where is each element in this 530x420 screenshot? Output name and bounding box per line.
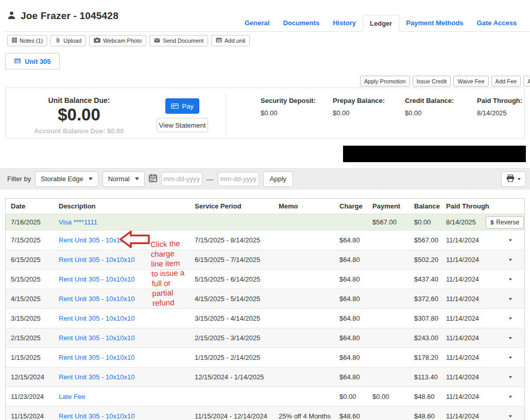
issue-credit-button[interactable]: Issue Credit — [413, 76, 451, 86]
paid-through-label: Paid Through: — [477, 96, 530, 105]
chevron-down-icon — [518, 178, 521, 180]
cell-service-period: 6/15/2025 - 7/14/2025 — [195, 256, 279, 264]
security-deposit-value: $0.00 — [261, 109, 328, 117]
cell-balance: $243.00 — [414, 334, 446, 342]
charge-line-link[interactable]: Late Fee — [59, 393, 85, 400]
notes-button-label: Notes (1) — [20, 38, 43, 44]
row-menu-button[interactable] — [507, 394, 514, 400]
cell-balance: $48.60 — [414, 393, 446, 400]
row-menu-button[interactable] — [507, 335, 514, 341]
col-header-date: Date — [11, 202, 59, 210]
cell-actions: $ Reverse — [495, 355, 525, 361]
unit-balance-block: Unit Balance Due: $0.00 Account Balance … — [6, 96, 152, 135]
tab-documents[interactable]: Documents — [276, 15, 326, 32]
cell-payment: $0.00 — [372, 393, 414, 400]
add-unit-button-label: Add unit — [225, 38, 245, 44]
webcam-photo-button[interactable]: Webcam Photo — [89, 35, 146, 46]
date-from-input[interactable] — [161, 172, 202, 186]
tab-payment-methods[interactable]: Payment Methods — [399, 15, 470, 32]
ledger-row: 6/15/2025 Rent Unit 305 - 10x10x10 6/15/… — [6, 250, 524, 270]
top-nav-tabs: General Documents History Ledger Payment… — [238, 15, 530, 32]
note-icon — [12, 38, 17, 44]
apply-filter-button[interactable]: Apply — [263, 171, 294, 187]
annotation-text: Click the charge line item to issue a fu… — [150, 238, 189, 308]
charge-line-link[interactable]: Rent Unit 305 - 10x10x10 — [59, 412, 134, 420]
cell-date: 3/15/2025 — [11, 314, 59, 322]
reverse-button[interactable]: $ Reverse — [486, 216, 524, 229]
cell-paid-through: 11/14/2024 — [446, 314, 495, 322]
chevron-down-icon — [509, 415, 512, 417]
mode-select[interactable]: Normal — [102, 171, 145, 187]
charge-line-link[interactable]: Visa ****1111 — [59, 218, 97, 226]
view-statement-button[interactable]: View Statement — [157, 118, 208, 132]
chevron-down-icon — [509, 278, 512, 281]
row-menu-button[interactable] — [507, 237, 514, 243]
paid-through-block: Paid Through: 8/14/2025 — [477, 96, 530, 117]
ledger-row: 3/15/2025 Rent Unit 305 - 10x10x10 3/15/… — [6, 309, 524, 328]
row-menu-button[interactable] — [507, 257, 514, 263]
row-menu-button[interactable] — [507, 276, 514, 283]
tab-ledger[interactable]: Ledger — [363, 15, 399, 32]
cell-actions: $ Reverse — [495, 316, 525, 322]
charge-line-link[interactable]: Rent Unit 305 - 10x10x10 — [59, 256, 134, 264]
print-button[interactable] — [501, 171, 526, 187]
tab-delinquency[interactable]: Delinquency — [523, 15, 530, 32]
cell-paid-through: 11/14/2024 — [446, 236, 495, 244]
credit-balance-label: Credit Balance: — [405, 96, 472, 105]
row-menu-button[interactable] — [507, 355, 514, 361]
send-document-button-label: Send Document — [163, 38, 203, 44]
charge-line-link[interactable]: Rent Unit 305 - 10x10x10 — [59, 295, 134, 303]
cell-service-period: 1/15/2025 - 2/14/2025 — [195, 354, 279, 361]
chevron-down-icon — [509, 318, 512, 320]
cell-date: 4/15/2025 — [11, 295, 59, 303]
row-menu-button[interactable] — [507, 296, 514, 302]
cell-service-period: 7/15/2025 - 8/14/2025 — [195, 236, 279, 244]
cell-balance: $437.40 — [414, 275, 446, 283]
tab-history[interactable]: History — [326, 15, 363, 32]
tab-general[interactable]: General — [238, 15, 276, 32]
security-deposit-block: Security Deposit: $0.00 — [261, 96, 328, 117]
notes-button[interactable]: Notes (1) — [7, 35, 47, 46]
chevron-down-icon — [509, 337, 512, 339]
row-menu-button[interactable] — [507, 413, 514, 419]
apply-promotion-button[interactable]: Apply Promotion — [360, 76, 410, 86]
tab-gate-access[interactable]: Gate Access — [470, 15, 524, 32]
cell-actions: $ Reverse — [495, 335, 525, 341]
cell-paid-through: 11/14/2024 — [446, 256, 495, 264]
cell-date: 7/15/2025 — [11, 236, 59, 244]
unit-tab-305[interactable]: Unit 305 — [5, 53, 60, 69]
date-to-input[interactable] — [218, 172, 259, 186]
cell-actions: $ Reverse — [495, 413, 525, 419]
person-icon — [7, 11, 16, 22]
cell-charge: $64.80 — [339, 275, 372, 283]
col-header-memo: Memo — [279, 202, 339, 210]
waive-fee-button[interactable]: Waive Fee — [453, 76, 488, 86]
cell-actions: $ Reverse — [495, 237, 525, 243]
cell-date: 7/16/2025 — [11, 218, 59, 226]
credit-balance-block: Credit Balance: $0.00 — [405, 96, 472, 117]
row-menu-button[interactable] — [507, 374, 514, 380]
charge-line-link[interactable]: Rent Unit 305 - 10x10x10 — [59, 314, 134, 322]
unit-icon — [216, 38, 222, 44]
ledger-row: 1/15/2025 Rent Unit 305 - 10x10x10 1/15/… — [6, 348, 524, 367]
row-menu-button[interactable] — [507, 316, 514, 322]
chevron-down-icon — [509, 239, 512, 241]
cell-payment: $567.00 — [372, 218, 414, 226]
reverse-button-label: Reverse — [496, 219, 519, 226]
pay-button[interactable]: Pay — [165, 98, 199, 114]
send-document-button[interactable]: Send Document — [149, 35, 208, 46]
charge-line-link[interactable]: Rent Unit 305 - 10x10x10 — [59, 373, 134, 381]
add-unit-button[interactable]: Add unit — [211, 35, 250, 46]
add-misc-revenue-button[interactable]: Add Misc Rev — [523, 76, 530, 86]
charge-line-link[interactable]: Rent Unit 305 - 10x10x10 — [59, 275, 134, 283]
cell-paid-through: 11/14/2024 — [446, 412, 495, 420]
source-select-value: Storable Edge — [41, 175, 83, 183]
source-select[interactable]: Storable Edge — [35, 171, 98, 187]
credit-balance-value: $0.00 — [405, 109, 472, 117]
add-fee-button[interactable]: Add Fee — [491, 76, 521, 86]
upload-button[interactable]: Upload — [50, 35, 86, 46]
charge-line-link[interactable]: Rent Unit 305 - 10x10x10 — [59, 334, 134, 342]
cell-actions: $ Reverse — [495, 257, 525, 263]
calendar-icon[interactable] — [149, 174, 157, 184]
charge-line-link[interactable]: Rent Unit 305 - 10x10x10 — [59, 354, 134, 361]
